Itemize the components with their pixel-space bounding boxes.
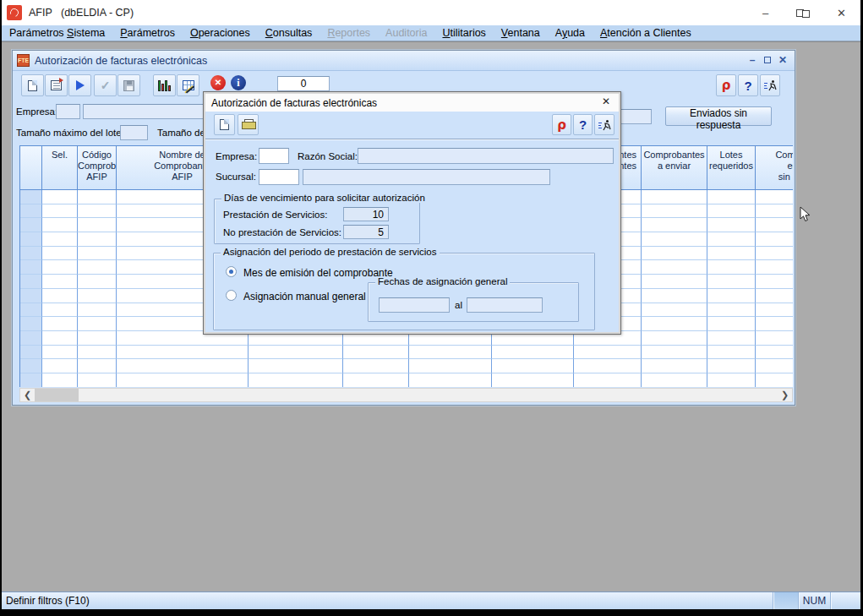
grid-cell <box>78 303 117 318</box>
grid-cell <box>756 232 793 247</box>
menu-item-utilitarios[interactable]: Utilitarios <box>434 26 493 40</box>
empresa-code-input[interactable] <box>56 104 80 119</box>
grid-cell <box>642 346 707 360</box>
dialog-empresa-input[interactable] <box>259 148 289 164</box>
cancel-circle-icon[interactable]: ✕ <box>210 75 226 90</box>
grid-cell <box>20 190 42 204</box>
razon-social-input[interactable] <box>358 148 614 164</box>
new-document-button[interactable] <box>21 74 44 96</box>
radio-mes-emision[interactable] <box>226 266 237 277</box>
grid-cell <box>42 346 78 360</box>
radio-mes-emision-label[interactable]: Mes de emisión del comprobante <box>243 267 393 279</box>
grid-cell <box>409 359 492 373</box>
grid-column-header-0[interactable] <box>20 146 42 190</box>
properties-button[interactable] <box>45 74 68 96</box>
grid-cell <box>707 190 756 204</box>
menu-item-atencion-a-clientes[interactable]: Atención a Clientes <box>593 26 699 40</box>
dialog-empresa-label: Empresa: <box>216 151 257 161</box>
sucursal-name-input[interactable] <box>303 169 550 185</box>
grid-cell <box>642 331 707 346</box>
menu-item-parametros[interactable]: Parámetros <box>112 26 183 40</box>
grid-cell <box>409 373 492 387</box>
periodo-group-title: Asignación del periodo de prestación de … <box>221 247 440 257</box>
counter-field[interactable]: 0 <box>277 76 330 91</box>
status-segment <box>773 592 798 609</box>
grid-cell <box>42 218 78 232</box>
grid-cell <box>707 289 756 303</box>
grid-cell <box>42 204 78 219</box>
table-row[interactable] <box>20 359 793 373</box>
grid-cell <box>42 359 78 373</box>
grid-column-header-10[interactable]: Lotesrequeridos <box>707 146 756 190</box>
scroll-left-arrow-icon[interactable]: ❮ <box>20 389 35 401</box>
status-bar: Definir filtros (F10) NUM <box>2 591 860 609</box>
dialog-close-button[interactable]: ✕ <box>598 95 614 108</box>
fecha-hasta-input[interactable] <box>467 297 543 313</box>
menu-item-ayuda[interactable]: Ayuda <box>548 26 593 40</box>
info-circle-icon[interactable]: i <box>231 75 246 90</box>
fechas-group: Fechas de asignación general al <box>368 282 579 322</box>
save-button[interactable] <box>117 74 140 96</box>
grid-column-header-2[interactable]: CódigoComprob.AFIP <box>78 146 117 190</box>
sucursal-code-input[interactable] <box>259 169 299 185</box>
prestacion-dias-input[interactable] <box>343 207 389 221</box>
close-button[interactable]: ✕ <box>822 0 860 25</box>
menu-item-auditoria[interactable]: Auditoria <box>378 26 434 40</box>
grid-cell <box>642 317 707 331</box>
filter-rho-icon: ρ <box>557 117 566 133</box>
organize-columns-button[interactable] <box>153 74 176 96</box>
menu-item-operaciones[interactable]: Operaciones <box>183 26 258 40</box>
play-icon <box>76 80 85 90</box>
dialog-exit-button[interactable] <box>594 114 614 135</box>
filter-button[interactable]: ρ <box>716 74 736 96</box>
radio-asignacion-manual[interactable] <box>226 290 237 301</box>
dialog-help-button[interactable]: ? <box>573 114 593 135</box>
grid-cell <box>42 232 78 247</box>
child-maximize-button[interactable] <box>761 54 774 68</box>
grid-cell <box>78 331 117 346</box>
table-row[interactable] <box>20 346 793 360</box>
dialog-title-bar[interactable]: Autorización de facturas electrónicas <box>205 94 619 112</box>
grid-column-header-1[interactable]: Sel. <box>42 146 78 190</box>
table-row[interactable] <box>20 373 793 387</box>
menu-item-consultas[interactable]: Consultas <box>258 26 320 40</box>
grid-cell <box>78 289 117 303</box>
grid-cell <box>249 346 343 360</box>
help-button[interactable]: ? <box>738 74 758 96</box>
confirm-button[interactable]: ✓ <box>94 74 117 96</box>
fecha-desde-input[interactable] <box>379 297 450 313</box>
no-prestacion-dias-input[interactable] <box>343 225 389 239</box>
grid-cell <box>78 317 117 331</box>
child-minimize-button[interactable]: – <box>746 54 759 68</box>
radio-asignacion-manual-label[interactable]: Asignación manual general <box>243 291 366 303</box>
grid-column-header-11[interactable]: Comprobantesenviadossin respuesta <box>756 146 793 190</box>
lote-input[interactable] <box>120 125 148 140</box>
grid-cell <box>642 289 707 303</box>
horizontal-scrollbar[interactable]: ❮ ❯ <box>19 388 793 402</box>
dialog-new-button[interactable] <box>214 114 235 135</box>
menu-item-ventana[interactable]: Ventana <box>494 26 548 40</box>
minimize-button[interactable]: – <box>746 0 784 25</box>
scrollbar-thumb[interactable] <box>35 389 79 401</box>
window-title: AFIP (dbELDIA - CP) <box>29 7 134 19</box>
menu-item-reportes[interactable]: Reportes <box>320 26 378 40</box>
menu-item-parametros-sistema[interactable]: Parámetros Sistema <box>2 26 112 40</box>
dialog-print-button[interactable] <box>238 114 259 135</box>
dialog-filter-button[interactable]: ρ <box>552 114 571 135</box>
grid-cell <box>756 218 793 232</box>
properties-form-icon <box>51 80 62 90</box>
exit-button[interactable] <box>760 74 780 96</box>
grid-cell <box>117 373 249 387</box>
grid-column-header-9[interactable]: Comprobantesa enviar <box>642 146 707 190</box>
child-title-bar[interactable]: FTE Autorización de facturas electrónica… <box>13 51 795 71</box>
scroll-right-arrow-icon[interactable]: ❯ <box>778 389 792 401</box>
dialog-separator <box>205 139 619 140</box>
edit-grid-button[interactable] <box>177 74 199 96</box>
child-close-button[interactable]: ✕ <box>776 54 789 68</box>
title-bar[interactable]: AFIP (dbELDIA - CP) – ✕ <box>2 0 860 25</box>
enviados-sin-respuesta-button[interactable]: Enviados sin respuesta <box>665 106 772 126</box>
run-button[interactable] <box>68 74 91 96</box>
maximize-button[interactable] <box>784 0 822 25</box>
fechas-group-title: Fechas de asignación general <box>375 276 510 286</box>
new-document-icon <box>28 80 37 91</box>
